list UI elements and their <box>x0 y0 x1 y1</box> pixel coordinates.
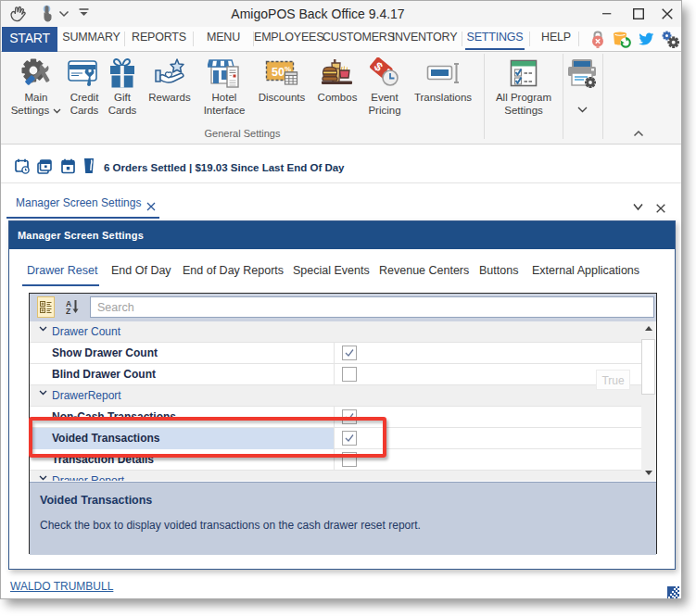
svg-text:50: 50 <box>272 66 285 79</box>
svg-text:%: % <box>285 65 291 73</box>
svg-text:Z: Z <box>66 307 70 315</box>
